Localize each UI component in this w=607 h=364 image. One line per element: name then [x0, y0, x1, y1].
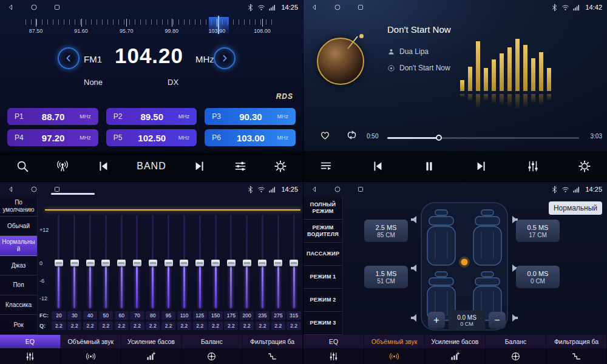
eq-slider-knob[interactable] [274, 260, 282, 266]
listening-mode-item[interactable]: РЕЖИМ 3 [304, 312, 342, 335]
tab-label-bassboost[interactable]: Усиление басов [425, 335, 486, 348]
eq-band-slider[interactable] [129, 214, 145, 309]
eq-preset-item[interactable]: Рок [0, 315, 37, 335]
favorite-button[interactable] [319, 129, 331, 141]
next-track-button[interactable] [475, 160, 488, 173]
eq-slider-knob[interactable] [101, 260, 110, 266]
balance-icon[interactable] [486, 348, 546, 364]
nav-back-button[interactable] [7, 4, 15, 11]
eq-band-slider[interactable] [98, 214, 114, 309]
speaker-mid-left-icon[interactable] [411, 265, 416, 272]
tune-down-button[interactable] [58, 47, 80, 69]
auto-scan-button[interactable] [56, 160, 69, 173]
tab-label-bassboost[interactable]: Усиление басов [121, 335, 182, 348]
filter-icon[interactable] [242, 348, 303, 364]
eq-preset-item[interactable]: Джаз [0, 256, 37, 276]
listener-position-dot[interactable] [461, 259, 468, 266]
eq-band-slider[interactable] [145, 214, 161, 309]
eq-slider-knob[interactable] [70, 260, 79, 266]
tab-label-surround[interactable]: Объёмный звук [364, 335, 425, 348]
eq-shortcut-button[interactable] [526, 160, 540, 173]
eq-sliders-icon[interactable] [304, 348, 364, 364]
listening-mode-item[interactable]: РЕЖИМ 2 [304, 289, 342, 312]
eq-preset-item[interactable]: Обычай [0, 217, 37, 237]
eq-band-slider[interactable] [161, 214, 177, 309]
nav-home-button[interactable] [334, 4, 341, 11]
repeat-button[interactable] [346, 129, 358, 141]
eq-slider-knob[interactable] [149, 260, 157, 266]
eq-slider-knob[interactable] [290, 260, 298, 266]
settings-button[interactable] [578, 160, 591, 173]
nav-recents-button[interactable] [357, 4, 364, 11]
listening-mode-item[interactable]: ПОЛНЫЙ РЕЖИМ [304, 197, 342, 220]
next-station-button[interactable] [193, 160, 206, 173]
delay-decrease-button[interactable]: − [489, 312, 506, 329]
eq-band-slider[interactable] [255, 214, 271, 309]
nav-back-button[interactable] [311, 4, 318, 11]
tab-label-filter[interactable]: Фильтрация ба [242, 335, 303, 348]
bass-boost-icon[interactable] [425, 348, 486, 364]
eq-slider-knob[interactable] [180, 260, 188, 266]
eq-slider-knob[interactable] [211, 260, 220, 266]
preset-button[interactable]: P3 90.30 MHz [205, 108, 296, 125]
tab-label-filter[interactable]: Фильтрация ба [546, 335, 607, 348]
eq-preset-item[interactable]: Нормальный [0, 236, 37, 256]
playlist-button[interactable] [319, 160, 333, 173]
sound-profile-button[interactable]: Нормальный [549, 201, 602, 215]
eq-slider-knob[interactable] [195, 260, 204, 266]
eq-slider-knob[interactable] [227, 260, 236, 266]
bass-boost-icon[interactable] [121, 348, 182, 364]
nav-home-button[interactable] [30, 186, 38, 193]
eq-slider-knob[interactable] [243, 260, 251, 266]
speaker-front-left-icon[interactable] [411, 216, 416, 223]
eq-slider-knob[interactable] [55, 260, 63, 266]
tab-label-balance[interactable]: Баланс [486, 335, 546, 348]
progress-knob[interactable] [436, 135, 442, 141]
search-button[interactable] [16, 160, 29, 173]
listening-mode-item[interactable]: ПАССАЖИР [304, 243, 342, 266]
eq-sliders-icon[interactable] [0, 348, 61, 364]
filter-icon[interactable] [546, 348, 607, 364]
tab-label-eq[interactable]: EQ [304, 335, 364, 348]
speaker-rear-left-icon[interactable] [411, 314, 416, 322]
eq-band-slider[interactable] [83, 214, 98, 309]
nav-recents-button[interactable] [357, 186, 364, 193]
nav-recents-button[interactable] [53, 4, 61, 11]
preset-button[interactable]: P2 89.50 MHz [106, 108, 197, 125]
preset-button[interactable]: P6 103.00 MHz [205, 129, 296, 146]
tab-label-surround[interactable]: Объёмный звук [61, 335, 121, 348]
nav-home-button[interactable] [30, 4, 38, 11]
eq-band-slider[interactable] [208, 214, 223, 309]
eq-slider-knob[interactable] [258, 260, 266, 266]
eq-band-slider[interactable] [114, 214, 129, 309]
speaker-rear-right-icon[interactable] [512, 314, 518, 322]
eq-preset-item[interactable]: Классика [0, 295, 37, 315]
eq-slider-knob[interactable] [117, 260, 126, 266]
tune-up-button[interactable] [214, 47, 236, 69]
surround-sound-icon[interactable] [61, 348, 121, 364]
listening-mode-item[interactable]: РЕЖИМ 1 [304, 266, 342, 289]
eq-band-slider[interactable] [239, 214, 255, 309]
eq-slider-knob[interactable] [86, 260, 95, 266]
tab-label-eq[interactable]: EQ [0, 335, 61, 348]
delay-increase-button[interactable]: + [428, 312, 445, 329]
preset-button[interactable]: P5 102.50 MHz [106, 129, 197, 146]
eq-preset-item[interactable]: Поп [0, 275, 37, 295]
preset-button[interactable]: P4 97.20 MHz [7, 129, 98, 146]
eq-band-slider[interactable] [223, 214, 239, 309]
eq-band-slider[interactable] [177, 214, 192, 309]
eq-band-slider[interactable] [51, 214, 67, 309]
frequency-scale[interactable]: 87.5091.6095.7099.80103.90108.00 [0, 16, 303, 38]
eq-preset-item[interactable]: По умолчанию [0, 197, 37, 217]
listening-mode-item[interactable]: РЕЖИМ ВОДИТЕЛЯ [304, 220, 342, 243]
prev-track-button[interactable] [371, 160, 384, 173]
balance-icon[interactable] [181, 348, 242, 364]
band-button[interactable]: BAND [137, 161, 166, 172]
nav-back-button[interactable] [311, 186, 318, 193]
nav-recents-button[interactable] [53, 186, 61, 193]
prev-station-button[interactable] [97, 160, 110, 173]
pause-button[interactable] [422, 160, 436, 173]
eq-band-slider[interactable] [286, 214, 302, 309]
eq-slider-knob[interactable] [133, 260, 141, 266]
eq-shortcut-button[interactable] [234, 160, 247, 173]
